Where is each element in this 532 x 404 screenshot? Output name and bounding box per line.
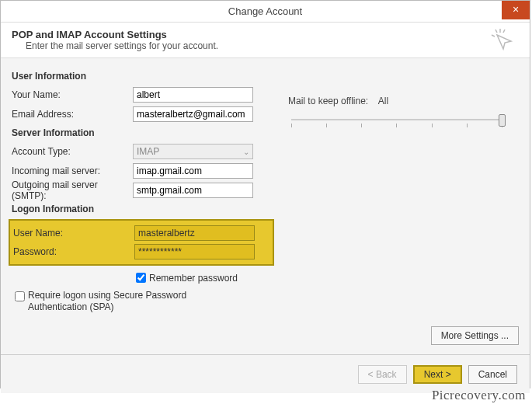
row-password: Password: bbox=[10, 243, 269, 260]
label-password: Password: bbox=[10, 246, 134, 257]
change-account-dialog: Change Account × POP and IMAP Account Se… bbox=[0, 0, 530, 388]
label-incoming: Incoming mail server: bbox=[12, 165, 133, 176]
header-title: POP and IMAP Account Settings bbox=[12, 29, 519, 40]
mail-keep-value: All bbox=[378, 96, 388, 106]
row-spa: Require logon using Secure Password Auth… bbox=[12, 290, 519, 313]
close-button[interactable]: × bbox=[502, 1, 530, 19]
incoming-server-input[interactable] bbox=[133, 163, 253, 179]
close-icon: × bbox=[513, 3, 519, 16]
email-input[interactable] bbox=[133, 106, 253, 122]
section-server-info: Server Information bbox=[12, 127, 519, 138]
label-username: User Name: bbox=[10, 228, 134, 239]
watermark: Picrecovery.com bbox=[432, 388, 526, 403]
window-title: Change Account bbox=[228, 5, 302, 17]
svg-line-2 bbox=[503, 30, 505, 33]
cursor-icon bbox=[489, 27, 516, 56]
remember-password-checkbox[interactable] bbox=[136, 273, 146, 283]
section-user-info: User Information bbox=[12, 71, 519, 82]
dialog-header: POP and IMAP Account Settings Enter the … bbox=[1, 23, 530, 57]
svg-line-0 bbox=[495, 30, 497, 33]
label-outgoing: Outgoing mail server (SMTP): bbox=[12, 179, 133, 201]
right-panel: Mail to keep offline: All bbox=[288, 96, 506, 128]
slider-thumb[interactable] bbox=[499, 114, 506, 127]
next-button[interactable]: Next > bbox=[413, 365, 462, 384]
more-settings-button[interactable]: More Settings ... bbox=[431, 326, 519, 345]
row-username: User Name: bbox=[10, 225, 269, 242]
label-account-type: Account Type: bbox=[12, 146, 133, 157]
label-email: Email Address: bbox=[12, 109, 133, 120]
header-subtitle: Enter the mail server settings for your … bbox=[26, 40, 519, 51]
mail-keep-slider[interactable] bbox=[291, 113, 502, 128]
slider-line bbox=[291, 119, 502, 120]
row-remember-password: Remember password bbox=[133, 270, 519, 285]
back-button[interactable]: < Back bbox=[358, 365, 407, 384]
account-type-select[interactable]: IMAP ⌄ bbox=[133, 144, 253, 159]
label-mail-keep: Mail to keep offline: bbox=[288, 96, 368, 106]
outgoing-server-input[interactable] bbox=[133, 183, 253, 198]
spa-checkbox[interactable] bbox=[15, 291, 25, 301]
account-type-value: IMAP bbox=[137, 146, 159, 157]
titlebar: Change Account × bbox=[1, 1, 530, 23]
chevron-down-icon: ⌄ bbox=[243, 148, 249, 156]
label-spa: Require logon using Secure Password Auth… bbox=[28, 290, 245, 313]
label-remember: Remember password bbox=[149, 273, 238, 284]
label-your-name: Your Name: bbox=[12, 89, 133, 100]
body-area: User Information Your Name: Email Addres… bbox=[1, 57, 530, 354]
password-input[interactable] bbox=[134, 244, 255, 259]
slider-ticks bbox=[291, 124, 502, 127]
row-incoming: Incoming mail server: bbox=[12, 162, 519, 179]
row-mail-keep: Mail to keep offline: All bbox=[288, 96, 506, 106]
svg-line-3 bbox=[492, 35, 495, 37]
cancel-button[interactable]: Cancel bbox=[468, 365, 517, 384]
your-name-input[interactable] bbox=[133, 87, 253, 103]
section-logon-info: Logon Information bbox=[12, 204, 519, 214]
logon-highlight: User Name: Password: bbox=[9, 219, 274, 266]
row-outgoing: Outgoing mail server (SMTP): bbox=[12, 182, 519, 199]
row-account-type: Account Type: IMAP ⌄ bbox=[12, 143, 519, 160]
username-input[interactable] bbox=[134, 225, 255, 241]
